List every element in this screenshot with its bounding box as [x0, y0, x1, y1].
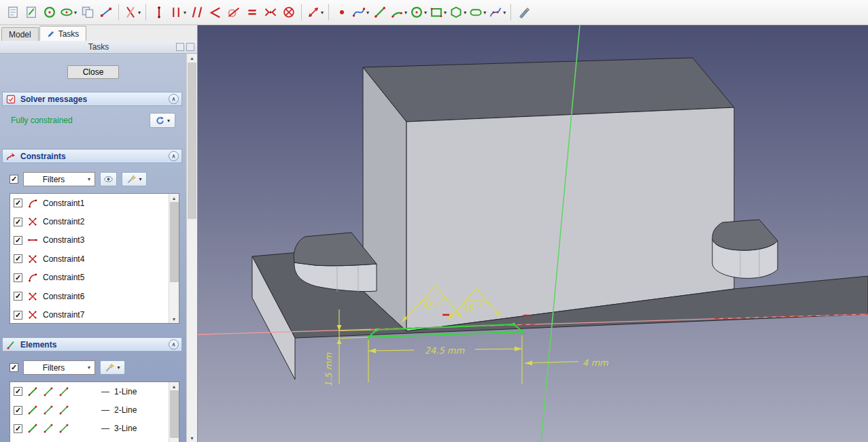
create-periodic-bspline-dropdown-arrow-icon[interactable]: ▾	[503, 10, 506, 16]
refresh-dropdown-arrow-icon[interactable]: ▾	[167, 118, 170, 124]
carbon-copy-button[interactable]	[78, 3, 97, 22]
create-conic-button[interactable]	[40, 3, 58, 22]
create-arc-dropdown-arrow-icon[interactable]: ▾	[404, 10, 407, 16]
close-button[interactable]: Close	[67, 65, 119, 79]
trim-edge-button[interactable]: ▾	[122, 3, 142, 22]
constrain-lock-dropdown-arrow-icon[interactable]: ▾	[184, 10, 186, 16]
collapse-chevron-icon[interactable]: ∧	[169, 94, 179, 104]
create-rectangle-button[interactable]: ▾	[428, 3, 448, 22]
constraint-checkbox[interactable]: ✓	[14, 199, 22, 207]
constrain-equal-button[interactable]	[243, 3, 261, 22]
create-polygon-button[interactable]: ▾	[448, 3, 468, 22]
elements-settings-button[interactable]: ▾	[100, 360, 125, 375]
create-bspline-dropdown-arrow-icon[interactable]: ▾	[366, 10, 369, 16]
element-row[interactable]: ✓—2-Line	[10, 401, 168, 419]
create-polygon-dropdown-arrow-icon[interactable]: ▾	[464, 10, 466, 16]
scroll-up-icon[interactable]: ▲	[190, 54, 194, 62]
constrain-tangent-button[interactable]	[224, 3, 243, 22]
constraint-checkbox[interactable]: ✓	[14, 311, 22, 320]
create-point-button[interactable]	[332, 3, 351, 22]
constraint-checkbox[interactable]: ✓	[14, 292, 22, 301]
constraints-select-all-checkbox[interactable]: ✓	[10, 175, 18, 184]
external-geometry-button[interactable]	[97, 3, 115, 22]
element-checkbox[interactable]: ✓	[14, 424, 22, 433]
constraints-scrollbar[interactable]: ▲ ▼	[169, 194, 179, 323]
create-ellipse-button[interactable]: ▾	[58, 3, 78, 22]
constraint-checkbox[interactable]: ✓	[14, 254, 22, 263]
element-checkbox[interactable]: ✓	[14, 406, 22, 415]
create-line-button[interactable]	[370, 3, 389, 22]
constraint-checkbox[interactable]: ✓	[14, 273, 22, 282]
toolbar-separator	[301, 4, 302, 20]
create-ellipse-dropdown-arrow-icon[interactable]: ▾	[74, 10, 77, 16]
element-row[interactable]: ✓—3-Line	[10, 420, 168, 438]
toolbar-separator	[145, 4, 146, 20]
constraint-row[interactable]: ✓Constraint1	[10, 194, 168, 212]
constrain-dimension-dropdown-arrow-icon[interactable]: ▾	[321, 10, 324, 16]
create-slot-dropdown-arrow-icon[interactable]: ▾	[483, 10, 486, 16]
xdots-constraint-icon	[27, 254, 38, 265]
constrain-angle-button[interactable]	[206, 3, 224, 22]
create-rectangle-dropdown-arrow-icon[interactable]: ▾	[444, 10, 447, 16]
collapse-chevron-icon[interactable]: ∧	[169, 151, 179, 161]
create-arc-button[interactable]: ▾	[389, 3, 409, 22]
scroll-up-icon[interactable]: ▲	[172, 382, 177, 390]
scroll-down-icon[interactable]: ▼	[190, 434, 194, 442]
trim-edge-dropdown-arrow-icon[interactable]: ▾	[138, 10, 141, 16]
constrain-symmetric-button[interactable]	[261, 3, 279, 22]
constraint-row[interactable]: ✓Constraint7	[10, 305, 168, 324]
create-slot-button[interactable]: ▾	[468, 3, 487, 22]
constrain-parallel-button[interactable]	[188, 3, 206, 22]
scrollbar-thumb[interactable]	[188, 63, 196, 219]
constraint-row[interactable]: ✓Constraint2	[10, 212, 168, 231]
tab-tasks[interactable]: Tasks	[39, 26, 87, 41]
create-circle-button[interactable]: ▾	[409, 3, 428, 22]
constraint-row[interactable]: ✓Constraint4	[10, 250, 168, 268]
element-row[interactable]: ✓—1-Line	[10, 382, 168, 401]
constrain-lock-button[interactable]: ▾	[168, 3, 188, 22]
create-periodic-bspline-button[interactable]: ▾	[487, 3, 507, 22]
constraint-checkbox[interactable]: ✓	[14, 218, 22, 226]
toggle-construction-button[interactable]	[515, 3, 533, 22]
scroll-down-icon[interactable]: ▼	[172, 315, 177, 323]
constrain-parallel-icon	[190, 5, 204, 19]
constraints-filter-select[interactable]: Filters ▾	[23, 172, 95, 186]
collapse-chevron-icon[interactable]: ∧	[169, 339, 179, 350]
tab-model[interactable]: Model	[1, 27, 39, 41]
show-constraints-button[interactable]	[100, 172, 117, 186]
create-circle-dropdown-arrow-icon[interactable]: ▾	[424, 10, 427, 16]
element-checkbox[interactable]: ✓	[14, 387, 22, 396]
elements-filter-select[interactable]: Filters ▾	[23, 360, 95, 375]
solver-messages-header[interactable]: Solver messages ∧	[2, 92, 182, 106]
scrollbar-thumb[interactable]	[170, 390, 179, 438]
constrain-block-button[interactable]	[279, 3, 298, 22]
refresh-button[interactable]: ▾	[150, 113, 175, 128]
element-dash: —	[101, 405, 109, 415]
panel-dock-icon[interactable]	[186, 43, 194, 51]
constraints-header[interactable]: Constraints ∧	[2, 149, 182, 163]
constraint-rows: ✓Constraint1✓Constraint2✓Constraint3✓Con…	[10, 194, 168, 324]
elements-select-all-checkbox[interactable]: ✓	[10, 363, 18, 372]
scroll-up-icon[interactable]: ▲	[172, 194, 177, 202]
constraint-row[interactable]: ✓Constraint5	[10, 269, 168, 287]
constrain-vertical-button[interactable]	[150, 3, 168, 22]
xdots-constraint-icon	[27, 216, 38, 227]
chevron-down-icon: ▾	[84, 176, 94, 182]
view-sketch-button[interactable]	[22, 3, 40, 22]
view-section-button[interactable]	[3, 3, 22, 22]
viewport-3d[interactable]: 24.5 mm 4 mm 1.5 mm	[198, 25, 868, 442]
line-endpoints-icon	[58, 405, 69, 415]
constrain-dimension-button[interactable]: ▾	[305, 3, 325, 22]
constraint-row[interactable]: ✓Constraint6	[10, 287, 168, 305]
elements-header[interactable]: Elements ∧	[2, 337, 182, 352]
constraints-settings-button[interactable]: ▾	[122, 172, 147, 186]
constraint-checkbox[interactable]: ✓	[14, 236, 22, 245]
element-label: 3-Line	[114, 424, 137, 433]
create-bspline-button[interactable]: ▾	[351, 3, 370, 22]
arcred-constraint-icon	[27, 198, 38, 209]
elements-scrollbar[interactable]: ▲	[169, 382, 179, 442]
panel-float-icon[interactable]	[176, 43, 184, 51]
constraint-row[interactable]: ✓Constraint3	[10, 231, 168, 250]
tasks-panel-scrollbar[interactable]: ▲ ▼	[186, 54, 197, 442]
scrollbar-thumb[interactable]	[170, 202, 179, 282]
